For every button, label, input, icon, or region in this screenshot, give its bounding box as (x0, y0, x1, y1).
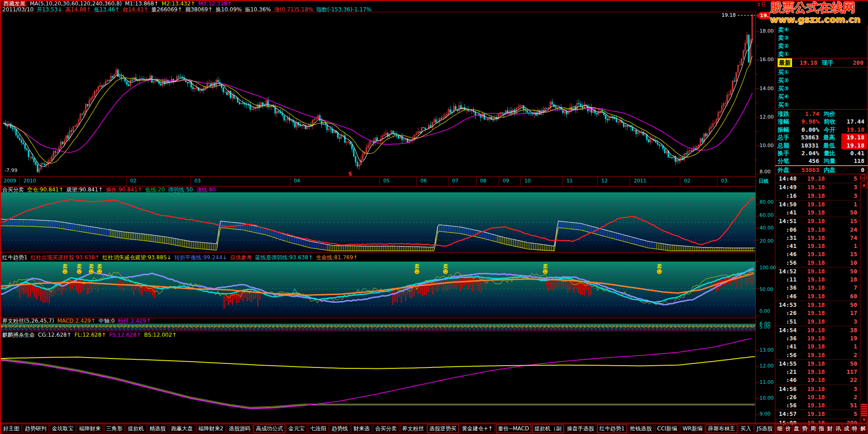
side-tab[interactable]: 特 (851, 424, 859, 433)
toolbar-button[interactable]: 财来选 (351, 424, 372, 433)
trade-list[interactable]: 14:4819.18514:4919.183:1619.18314:5019.1… (776, 175, 860, 427)
period-scroll-icon[interactable]: ↕日 (757, 1, 766, 8)
toolbar-button[interactable]: CCI新编 (655, 424, 679, 433)
axis-label: 10.00 (760, 143, 774, 148)
toolbar-button[interactable]: 薛斯布林主 (706, 424, 737, 433)
trade-row: :2619.1817 (776, 309, 860, 317)
trade-price: 19.18 (797, 200, 835, 209)
toolbar-button[interactable]: 跑赢大盘 (169, 424, 195, 433)
toolbar-button[interactable]: 红牛趋势1 (597, 424, 627, 433)
svg-text:卖: 卖 (415, 263, 420, 269)
toolbar-button[interactable]: 抢钱选股 (628, 424, 654, 433)
axis-label: 60.00 (760, 213, 774, 218)
panel4-plot (1, 326, 755, 330)
svg-text:卖: 卖 (443, 263, 448, 269)
trade-volume: 17 (835, 309, 860, 317)
date-label: 03 (721, 178, 727, 183)
trade-time: 14:54 (776, 326, 797, 334)
svg-text:卖: 卖 (77, 263, 82, 269)
trade-time: :56 (776, 401, 797, 410)
bid-row: 买① (776, 68, 866, 76)
date-tick (597, 177, 598, 186)
stat-label: 今开 (819, 126, 842, 134)
axis-label: 50.00 (760, 287, 773, 292)
trade-price: 19.18 (797, 318, 835, 326)
date-label: 02 (130, 178, 137, 183)
toolbar-button[interactable]: 金坑取宝 (50, 424, 76, 433)
side-tab[interactable]: 价 (784, 424, 792, 433)
text-seg: 顶线:80 (196, 186, 216, 193)
axis-label: 12.00 (760, 114, 774, 119)
latest-price: 19.18 (792, 58, 817, 67)
side-tab[interactable]: 细 (776, 424, 783, 433)
trade-row: :3619.187 (776, 284, 860, 292)
side-tab[interactable]: 讯 (834, 424, 842, 433)
side-tab[interactable]: 周 (809, 424, 817, 433)
trade-volume: 10 (835, 259, 860, 267)
toolbar-button[interactable]: 买入 (738, 424, 754, 433)
toolbar-button[interactable]: 界文粉丝 (400, 424, 426, 433)
trade-price: 19.18 (797, 292, 835, 300)
text-seg: 红柱消失减仓观望:93.885↓ (103, 254, 171, 261)
stat-value: 0.41 (842, 149, 867, 157)
stat-value: 10331 (797, 142, 819, 149)
border-line (775, 109, 868, 110)
trade-time: :36 (776, 284, 797, 292)
trade-row: :5619.1851 (776, 401, 860, 410)
scroll-up-button[interactable]: ▲ (861, 182, 867, 188)
ma-line (4, 79, 752, 153)
border-line (867, 0, 868, 434)
trade-price: 19.18 (797, 209, 835, 217)
date-label: 2009 (4, 178, 16, 183)
text-seg: FS:12.628↑ (109, 332, 141, 338)
border-line (775, 174, 868, 174)
trade-price: 19.18 (797, 183, 835, 191)
trade-time: :56 (776, 351, 797, 359)
border-line (0, 0, 868, 1)
toolbar-button[interactable]: 操盘手选股 (565, 424, 596, 433)
side-tab[interactable]: 财 (826, 424, 834, 433)
toolbar-button[interactable]: 金元宝 (286, 424, 307, 433)
toolbar-button[interactable]: 合买分卖 (373, 424, 399, 433)
toolbar-button[interactable]: 七连阳 (308, 424, 329, 433)
toolbar-button[interactable]: 趋势线 (330, 424, 350, 433)
text-seg: 空仓:90.841↑ (27, 186, 63, 193)
toolbar-button[interactable]: 选股逆势买 (427, 424, 459, 433)
logo-url: www.gszx.com.cn (770, 14, 868, 25)
toolbar-button[interactable]: 黄金建仓+↑ (460, 424, 495, 433)
scrollbar-thumb[interactable] (861, 404, 867, 416)
trade-row: :2619.182 (776, 393, 860, 401)
side-tab[interactable]: 成 (843, 424, 850, 433)
toolbar-button[interactable]: 提款机 (126, 424, 146, 433)
stat-value: 19.18 (842, 126, 867, 134)
toolbar-button[interactable]: 精选股 (147, 424, 168, 433)
side-tab[interactable]: 势 (801, 424, 808, 433)
toolbar-button[interactable]: 趋势研判 (23, 424, 49, 433)
side-tab[interactable]: 解 (859, 424, 867, 433)
text-seg: 蓝线是强弱线:93.638↑ (255, 254, 313, 261)
chart-canvas[interactable]: 卖卖卖卖卖卖卖卖 (0, 0, 868, 434)
indicator-line (1, 357, 755, 369)
toolbar-button[interactable]: 福降财来 (77, 424, 103, 433)
toolbar-button[interactable]: 提款机（副 (532, 424, 564, 433)
logo-title: 股票公式在线网 (770, 1, 868, 14)
axis-label: 40.00 (760, 225, 774, 230)
stat-label: 涨跌 (775, 110, 797, 118)
axis-label: 11.00 (760, 380, 774, 385)
border-line (0, 186, 756, 186)
side-tab[interactable]: 盘 (793, 424, 800, 433)
trade-row: :3119.1874 (776, 234, 860, 242)
toolbar-button[interactable]: 三角形 (104, 424, 125, 433)
side-tab[interactable]: 指 (817, 424, 825, 433)
compass-icon[interactable] (860, 174, 867, 181)
toolbar-button[interactable]: 量价--MACD (496, 424, 532, 433)
toolbar-button[interactable]: 高成功公式 (254, 424, 285, 433)
toolbar-button[interactable]: 选股源码 (226, 424, 253, 433)
trade-row: :4619.1815 (776, 250, 860, 258)
toolbar-button[interactable]: WR新编 (680, 424, 705, 433)
toolbar-button[interactable]: JS选股 (755, 424, 775, 433)
scroll-down-button[interactable]: ▼ (861, 417, 867, 423)
toolbar-button[interactable]: 福降财来2 (196, 424, 226, 433)
toolbar-button[interactable]: 好主图 (1, 424, 22, 433)
trade-price: 19.18 (797, 385, 835, 393)
